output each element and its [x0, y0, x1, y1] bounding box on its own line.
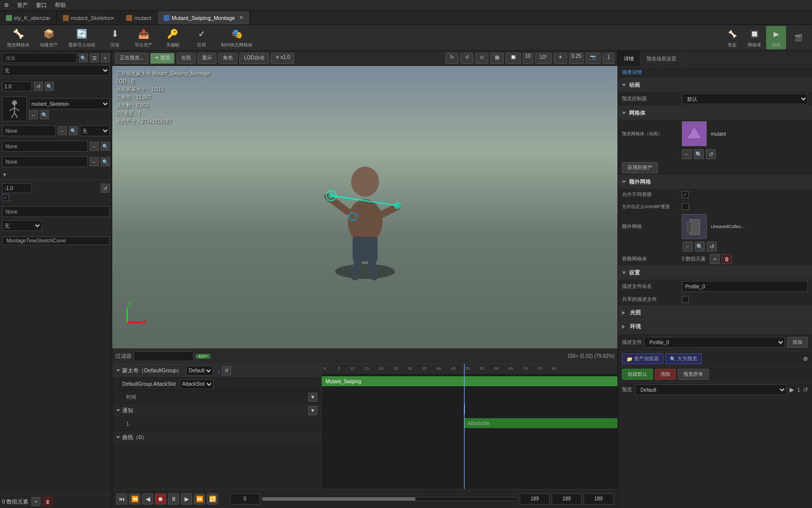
add-filter-icon[interactable]: +	[101, 53, 110, 62]
tl-notify-header[interactable]: 通知 ▼	[112, 404, 321, 418]
shared-desc-checkbox[interactable]	[682, 296, 689, 303]
curve-btn[interactable]: MontageTimeStretchCurve	[2, 237, 110, 245]
slot-nav-3[interactable]: ←	[90, 157, 99, 166]
neg-refresh-icon[interactable]: ↺	[101, 184, 110, 193]
bone-mesh-remove-icon[interactable]: 🗑	[722, 254, 732, 264]
extra-link[interactable]: 插查详情	[622, 69, 642, 75]
vp-deg-icon[interactable]: 10°	[535, 53, 552, 64]
pause-btn[interactable]: ⏸	[168, 494, 179, 505]
env-section-header[interactable]: 环境	[618, 320, 812, 333]
search-icon[interactable]: 🔍	[79, 53, 88, 62]
tl-refresh-icon[interactable]: ↺	[222, 366, 231, 375]
toolbar-static-mesh[interactable]: 🎭 制作静态网格体	[218, 26, 255, 49]
slot-search-2[interactable]: 🔍	[101, 142, 110, 151]
extra-mesh-nav-icon[interactable]: ←	[683, 242, 693, 252]
reset-preview-icon[interactable]: ↺	[803, 386, 808, 393]
tab-1[interactable]: mutant_Skeleton•	[57, 11, 120, 24]
vp-rotate-icon[interactable]: ↻	[445, 53, 458, 64]
preview-controller-select[interactable]: 默认	[682, 93, 808, 104]
allow-diff-skeleton-checkbox[interactable]	[682, 191, 689, 198]
settings-section-header[interactable]: 设置	[618, 266, 812, 279]
vp-lod-btn[interactable]: LOD自动	[239, 53, 269, 64]
slot-dropdown-1[interactable]: 无	[80, 125, 110, 136]
vp-grid-icon[interactable]: ▦	[490, 53, 504, 64]
toolbar-anim-tab[interactable]: ▶ 动画	[766, 26, 786, 49]
mesh-search-icon[interactable]: 🔍	[694, 149, 704, 159]
rp-tab-preview-scene[interactable]: 预览场景设置	[640, 51, 683, 66]
desc-file-input[interactable]	[682, 281, 808, 292]
add-element-icon[interactable]: +	[31, 497, 40, 506]
vp-camera-icon[interactable]: 📷	[586, 53, 601, 64]
toolbar-keyframe[interactable]: 🔑 关键帧	[160, 26, 185, 49]
sub-dropdown[interactable]: 无	[2, 220, 42, 231]
toolbar-apply[interactable]: ✓ 应用	[189, 26, 214, 49]
mesh-nav-icon[interactable]: ←	[682, 149, 692, 159]
clear-btn[interactable]: 清除	[655, 369, 676, 380]
search-skeleton-icon[interactable]: 🔍	[40, 110, 49, 119]
toolbar-reimport[interactable]: 🔄 重新导入动画	[65, 26, 98, 49]
play-preview-icon[interactable]: ▶	[790, 386, 794, 393]
vp-perspective-btn[interactable]: 正在预览...	[115, 53, 148, 64]
group-dropdown[interactable]: Default	[186, 366, 213, 376]
slot-search-3[interactable]: 🔍	[101, 157, 110, 166]
tl-curves-header[interactable]: 曲线（0）	[112, 431, 321, 445]
menu-window[interactable]: 窗口	[36, 1, 47, 9]
extra-mesh-header[interactable]: 额外网格	[618, 175, 812, 189]
tab-2[interactable]: mutant	[120, 11, 158, 24]
bone-mesh-add-icon[interactable]: +	[710, 254, 720, 264]
tab-0[interactable]: ely_K_atienza•	[0, 11, 57, 24]
tl-time-expand[interactable]: ▼	[308, 393, 317, 402]
slot-search-1[interactable]: 🔍	[69, 126, 78, 135]
vp-num-icon[interactable]: 1	[603, 53, 614, 64]
mesh-section-header[interactable]: 网格体	[618, 106, 812, 120]
toolbar-blueprint[interactable]: 🎬	[788, 30, 808, 46]
apply-to-asset-btn[interactable]: 应用到资产	[622, 162, 658, 173]
time-start-field[interactable]	[230, 494, 260, 505]
tl-notify-expand[interactable]: ▼	[308, 406, 317, 415]
vp-reset-icon[interactable]: ⊙	[475, 53, 488, 64]
toolbar-mesh-tab[interactable]: 🔲 网格体	[744, 26, 764, 49]
vp-show-btn[interactable]: 显示	[198, 53, 216, 64]
asset-browser-btn[interactable]: 📁 资产浏览器	[622, 353, 663, 364]
toolbar-create-asset[interactable]: 📦 创建资产	[36, 26, 61, 49]
menu-assets[interactable]: 资产	[17, 1, 28, 9]
search-scale-icon[interactable]: 🔍	[45, 82, 54, 91]
rp-tab-details[interactable]: 详情	[618, 51, 640, 66]
asset-search-input[interactable]	[2, 53, 77, 63]
extra-mesh-search-icon[interactable]: 🔍	[695, 242, 705, 252]
vp-select-btn[interactable]: ✦ 透视	[150, 53, 175, 64]
loop-btn[interactable]: 🔁	[207, 494, 218, 505]
remove-element-icon[interactable]: 🗑	[43, 497, 52, 506]
slot-select[interactable]: AttackSlot	[180, 379, 213, 389]
neg-value-input[interactable]	[2, 183, 32, 193]
vp-fov-input[interactable]: 10	[523, 53, 533, 64]
skeleton-dropdown[interactable]: mutant_Skeleton	[29, 98, 110, 109]
light-section-header[interactable]: 光照	[618, 306, 812, 319]
step-back-btn[interactable]: ⏪	[129, 494, 140, 505]
extra-mesh-reset-icon[interactable]: ↺	[707, 242, 717, 252]
preview-select[interactable]: Default	[635, 384, 787, 395]
navigate-skeleton-icon[interactable]: ←	[29, 110, 38, 119]
fast-forward-btn[interactable]: ⏩	[194, 494, 205, 505]
play-to-start-btn[interactable]: ⏮	[116, 494, 127, 505]
vp-char-btn[interactable]: 角色	[218, 53, 237, 64]
allow-custom-anim-checkbox[interactable]	[682, 203, 689, 210]
tab-3[interactable]: Mutant_Swiping_Montage ✕	[158, 11, 250, 24]
prev-frame-btn[interactable]: ◀	[142, 494, 153, 505]
checkbox-prop[interactable]	[2, 194, 9, 201]
timeline-filter-input[interactable]	[134, 351, 194, 361]
reset-scale-icon[interactable]: ↺	[34, 82, 43, 91]
time-end-field2[interactable]	[552, 494, 582, 505]
vp-light-icon[interactable]: ☀	[554, 53, 567, 64]
view-list-icon[interactable]: ☰	[90, 53, 99, 62]
vp-exposure-val[interactable]: 0.25	[569, 53, 584, 64]
vp-speed-btn[interactable]: ✕ x1.0	[271, 53, 295, 64]
slot-nav-2[interactable]: ←	[90, 142, 99, 151]
profile-dropdown[interactable]: Profile_0	[644, 337, 785, 348]
scale-input[interactable]	[2, 81, 32, 91]
preview-all-btn[interactable]: 预览所有	[678, 369, 709, 380]
toolbar-preview-mesh[interactable]: 🦴 预览网格体	[4, 26, 32, 49]
record-btn[interactable]: ⏺	[155, 494, 166, 505]
time-end-field3[interactable]	[584, 494, 613, 505]
add-profile-btn[interactable]: 添加	[787, 337, 808, 348]
